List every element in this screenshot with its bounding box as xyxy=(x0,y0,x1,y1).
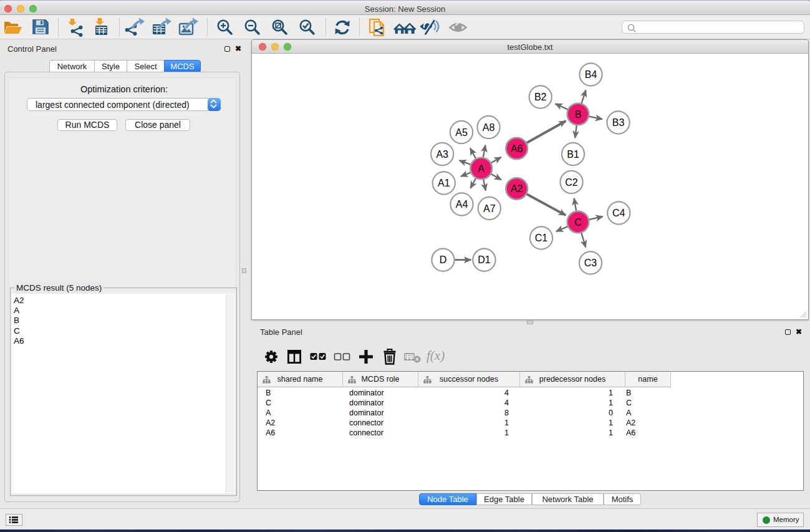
svg-text:C4: C4 xyxy=(612,208,625,218)
svg-text:A1: A1 xyxy=(438,178,450,188)
svg-text:A2: A2 xyxy=(511,183,523,194)
svg-text:C3: C3 xyxy=(584,258,597,268)
svg-text:B1: B1 xyxy=(567,149,579,160)
svg-text:B4: B4 xyxy=(585,69,597,80)
svg-text:D1: D1 xyxy=(478,254,491,265)
svg-text:A5: A5 xyxy=(455,127,468,138)
svg-text:A8: A8 xyxy=(483,122,495,133)
svg-text:A3: A3 xyxy=(436,149,448,160)
svg-text:D: D xyxy=(440,254,447,265)
svg-text:C: C xyxy=(574,217,582,228)
svg-text:A: A xyxy=(478,163,485,174)
svg-text:B3: B3 xyxy=(612,117,625,128)
svg-text:B: B xyxy=(575,109,582,120)
svg-text:C1: C1 xyxy=(535,233,548,243)
svg-text:A4: A4 xyxy=(456,199,468,210)
svg-text:A7: A7 xyxy=(483,203,496,214)
svg-text:B2: B2 xyxy=(534,92,547,102)
svg-text:A6: A6 xyxy=(511,143,523,154)
svg-text:C2: C2 xyxy=(565,177,578,188)
